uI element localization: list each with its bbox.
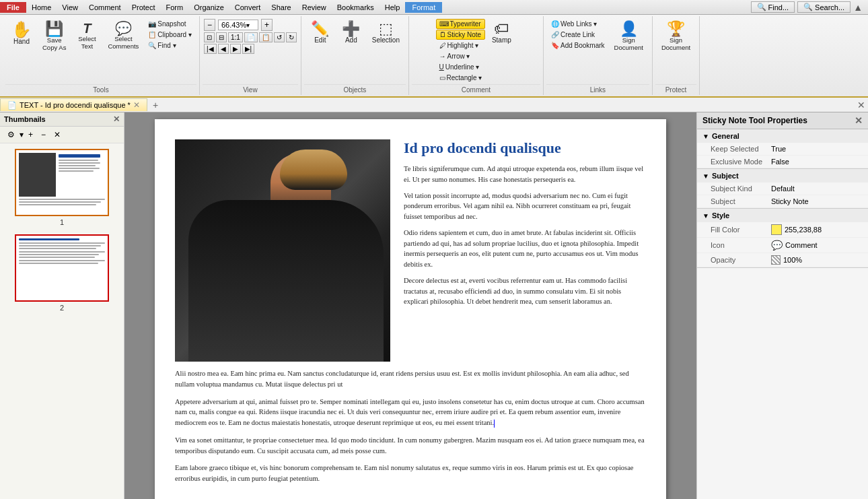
edit-icon: ✏️ [311,22,329,36]
props-style-header[interactable]: ▼ Style [697,209,868,222]
minimize-icon[interactable]: ▲ [853,2,863,13]
menu-organize[interactable]: Organize [188,2,229,13]
menu-format[interactable]: Format [405,2,442,13]
last-page-nav-button[interactable]: ▶| [242,44,255,54]
search-button[interactable]: 🔍 Search... [797,1,851,13]
doc-tab-close[interactable]: ✕ [133,100,140,110]
save-copy-as-button[interactable]: 💾 SaveCopy As [38,19,71,55]
arrow-button[interactable]: → Arrow ▾ [436,51,486,61]
sign-document-button[interactable]: 👤 SignDocument [610,19,648,55]
add-tab-button[interactable]: + [147,98,164,112]
menu-bar: File Home View Comment Protect Form Orga… [0,0,868,15]
thumbnail-page-1[interactable]: 1 [15,149,109,226]
underline-button[interactable]: U Underline ▾ [436,62,486,72]
menu-comment[interactable]: Comment [83,2,126,13]
thumb-1-content [16,150,108,215]
protect-button[interactable]: 🏆 SignDocument [657,19,695,55]
snapshot-button[interactable]: 📷 Snapshot [145,19,195,29]
highlight-button[interactable]: 🖊 Highlight ▾ [436,40,486,51]
zoom-box[interactable]: 66.43% ▾ [218,20,258,30]
thumb-settings-icon[interactable]: ⚙ [4,129,18,141]
select-text-button[interactable]: T SelectText [72,19,102,53]
fit-page-button[interactable]: ⊡ [204,32,215,42]
underline-label: Underline ▾ [445,63,480,71]
web-links-button[interactable]: 🌐 Web Links ▾ [548,19,608,29]
text-cursor [494,420,495,428]
sign-doc-label: SignDocument [614,36,643,52]
menu-view[interactable]: View [57,2,83,13]
menu-form[interactable]: Form [161,2,189,13]
menu-share[interactable]: Share [266,2,296,13]
typewriter-button[interactable]: ⌨ Typewriter [436,19,486,29]
props-general-header[interactable]: ▼ General [697,129,868,143]
doc-top-section: Id pro docendi qualisque Te libris signi… [175,139,646,368]
add-bookmark-button[interactable]: 🔖 Add Bookmark [548,40,608,51]
first-page-nav-button[interactable]: |◀ [204,44,217,54]
rectangle-button[interactable]: ▭ Rectangle ▾ [436,73,486,83]
menu-file[interactable]: File [0,2,26,13]
document-scroll[interactable]: Id pro docendi qualisque Te libris signi… [124,112,696,499]
single-page-button[interactable]: 📄 [244,32,258,42]
ribbon-group-links: 🌐 Web Links ▾ 🔗 Create Link 🔖 Add Bookma… [544,16,653,95]
thumb-x-icon[interactable]: ✕ [50,129,64,141]
opacity-text: 100% [783,256,802,264]
selection-button[interactable]: ⬚ Selection [367,19,404,46]
props-close-button[interactable]: ✕ [855,115,863,126]
prev-page-nav-button[interactable]: ◀ [218,44,229,54]
edit-button[interactable]: ✏️ Edit [305,19,335,46]
find-button[interactable]: 🔍 Find... [751,1,795,13]
menu-convert[interactable]: Convert [229,2,266,13]
subject-collapse-icon: ▼ [702,172,709,180]
menu-review[interactable]: Review [297,2,332,13]
icon-row: Icon 💬 Comment [697,238,868,253]
thumb-dropdown-icon[interactable]: ▾ [20,130,24,139]
two-page-button[interactable]: 📋 [259,32,273,42]
menu-help[interactable]: Help [379,2,406,13]
menu-protect[interactable]: Protect [126,2,161,13]
fill-color-value: 255,238,88 [771,224,822,235]
next-page-nav-button[interactable]: ▶ [230,44,241,54]
stamp-button[interactable]: 🏷 Stamp [486,19,516,46]
tab-bar: 📄 TEXT - Id pro docendi qualisque * ✕ + … [0,98,868,112]
add-label: Add [345,36,357,44]
thumbnails-close[interactable]: ✕ [113,114,120,124]
doc-tab[interactable]: 📄 TEXT - Id pro docendi qualisque * ✕ [0,98,147,111]
add-button[interactable]: ➕ Add [336,19,366,46]
doc-para7: Vim ea sonet omittantur, te propriae con… [175,435,646,457]
sticky-note-button[interactable]: 🗒 Sticky Note [436,30,486,40]
doc-right-section: Id pro docendi qualisque Te libris signi… [397,139,646,307]
select-comments-button[interactable]: 💬 SelectComments [103,19,143,53]
highlight-label: Highlight ▾ [447,42,479,49]
thumb-2-line2 [19,245,101,246]
menu-home[interactable]: Home [26,2,57,13]
comment-group-label: Comment [412,84,540,94]
zoom-dropdown-arrow[interactable]: ▾ [246,22,250,29]
zoom-in-button[interactable]: + [261,19,273,31]
document-page: Id pro docendi qualisque Te libris signi… [155,119,666,499]
menu-bookmarks[interactable]: Bookmarks [332,2,379,13]
edit-label: Edit [314,36,326,44]
rotate-left-button[interactable]: ↺ [274,32,285,42]
thumbnail-page-2[interactable]: 2 [15,234,109,312]
doc-para1: Te libris signiferumque cum. Ad atqui ut… [397,164,646,185]
fill-color-swatch[interactable] [771,224,782,235]
create-link-button[interactable]: 🔗 Create Link [548,30,608,40]
find-ribbon-button[interactable]: 🔍 Find ▾ [145,40,195,51]
doc-para6: Appetere adversarium at qui, animal fuis… [175,397,646,428]
rotate-right-button[interactable]: ↻ [286,32,297,42]
close-doc-button[interactable]: ✕ [857,100,865,110]
typewriter-icon: ⌨ [439,20,449,28]
actual-size-button[interactable]: 1:1 [228,32,243,42]
fit-width-button[interactable]: ⊟ [216,32,227,42]
thumb-add-icon[interactable]: + [25,129,36,141]
thumb-1-photo [19,153,56,197]
zoom-out-button[interactable]: − [204,19,215,31]
props-subject-header[interactable]: ▼ Subject [697,169,868,182]
ribbon-group-objects: ✏️ Edit ➕ Add ⬚ Selection Objects [301,16,409,95]
thumb-minus-icon[interactable]: − [38,129,49,141]
keep-selected-row: Keep Selected True [697,143,868,156]
stamp-icon: 🏷 [494,22,509,36]
fill-color-label: Fill Color [711,226,771,234]
clipboard-button[interactable]: 📋 Clipboard ▾ [145,30,195,40]
hand-button[interactable]: ✋ Hand [7,19,36,48]
